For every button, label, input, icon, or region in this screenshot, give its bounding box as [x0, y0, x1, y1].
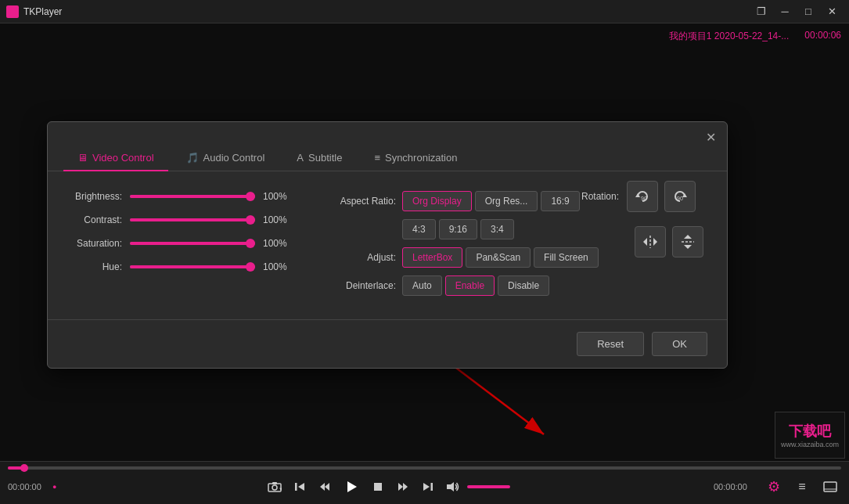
rotate-ccw-button[interactable]: 90 — [627, 181, 658, 212]
org-res-btn[interactable]: Org Res... — [475, 191, 538, 211]
prev-frame-button[interactable] — [314, 476, 336, 498]
volume-slider[interactable] — [467, 485, 510, 488]
hue-label: Hue: — [67, 261, 122, 272]
svg-marker-23 — [403, 483, 408, 491]
tab-video-control[interactable]: 🖥 Video Control — [63, 146, 168, 171]
controls-right: 00:00:00 ⚙ ≡ — [714, 476, 841, 498]
svg-marker-5 — [643, 238, 647, 246]
camera-icon: ▼ — [268, 481, 282, 492]
svg-marker-22 — [398, 483, 403, 491]
monitor-icon: 🖥 — [77, 152, 88, 164]
4-3-btn[interactable]: 4:3 — [402, 219, 436, 239]
letterbox-btn[interactable]: LetterBox — [402, 247, 462, 268]
svg-text:90: 90 — [641, 196, 647, 201]
auto-btn[interactable]: Auto — [402, 275, 442, 296]
svg-rect-17 — [295, 483, 297, 491]
dialog-content: Brightness: 100% Contrast: 100% — [48, 171, 727, 319]
contrast-thumb — [246, 215, 255, 225]
volume-icon — [446, 481, 460, 492]
enable-btn[interactable]: Enable — [445, 275, 495, 296]
next-frame-button[interactable] — [392, 476, 414, 498]
close-button[interactable]: ✕ — [821, 3, 843, 20]
3-4-btn[interactable]: 3:4 — [480, 219, 514, 239]
rotation-label: Rotation: — [581, 191, 619, 202]
hue-slider[interactable] — [130, 265, 255, 268]
next-chapter-icon — [423, 481, 433, 492]
play-button[interactable] — [339, 474, 364, 499]
watermark: 下载吧 www.xiazaiba.com — [775, 412, 845, 459]
dialog-footer: Reset OK — [48, 319, 727, 368]
tab-synchronization-label: Synchronization — [385, 152, 458, 164]
deinterlace-btns: Auto Enable Disable — [402, 275, 549, 296]
app-title: TKPlayer — [23, 6, 62, 17]
restore-button[interactable]: ❐ — [750, 3, 772, 20]
svg-marker-16 — [298, 483, 304, 491]
reset-button[interactable]: Reset — [577, 332, 644, 356]
titlebar-controls: ❐ ─ □ ✕ — [750, 3, 843, 20]
next-chapter-button[interactable] — [417, 476, 439, 498]
project-name: 我的项目1 2020-05-22_14-... — [669, 30, 789, 43]
pan-scan-btn[interactable]: Pan&Scan — [466, 247, 531, 268]
stop-icon — [372, 481, 383, 492]
maximize-button[interactable]: □ — [797, 3, 819, 20]
sliders-section: Brightness: 100% Contrast: 100% — [67, 191, 302, 272]
svg-marker-8 — [684, 235, 692, 239]
aspect-ratio-btns-row1: Org Display Org Res... 16:9 — [402, 191, 580, 211]
settings-button[interactable]: ⚙ — [763, 476, 785, 498]
watermark-text2: www.xiazaiba.com — [781, 441, 839, 448]
tab-synchronization[interactable]: ≡ Synchronization — [360, 146, 471, 171]
subtitle-icon: A — [297, 152, 304, 164]
saturation-slider[interactable] — [130, 242, 255, 245]
deinterlace-row: Deinterlace: Auto Enable Disable — [326, 275, 707, 296]
org-display-btn[interactable]: Org Display — [402, 191, 472, 211]
svg-point-13 — [272, 485, 277, 490]
dialog-tabs: 🖥 Video Control 🎵 Audio Control A Subtit… — [48, 146, 727, 171]
play-icon — [345, 481, 358, 493]
screen-mode-button[interactable] — [819, 476, 841, 498]
svg-marker-24 — [423, 483, 430, 491]
flip-vertical-button[interactable] — [672, 226, 703, 257]
stop-button[interactable] — [367, 476, 389, 498]
tab-audio-control-label: Audio Control — [203, 152, 265, 164]
contrast-label: Contrast: — [67, 214, 122, 225]
controls-row: 00:00:00 ● ▼ — [8, 474, 841, 499]
contrast-row: Contrast: 100% — [67, 214, 302, 225]
svg-rect-25 — [431, 483, 433, 491]
adjust-btns: LetterBox Pan&Scan Fill Screen — [402, 247, 599, 268]
brightness-label: Brightness: — [67, 191, 122, 202]
flip-horizontal-button[interactable] — [635, 226, 666, 257]
screen-mode-icon — [823, 481, 837, 492]
hue-fill — [130, 265, 255, 268]
rotate-cw-button[interactable]: 90 — [664, 181, 696, 212]
prev-frame-icon — [319, 481, 330, 492]
subtitle-ctrl-button[interactable]: ≡ — [791, 476, 813, 498]
volume-button[interactable] — [442, 476, 464, 498]
9-16-btn[interactable]: 9:16 — [439, 219, 477, 239]
contrast-slider[interactable] — [130, 218, 255, 221]
dialog-close-button[interactable]: ✕ — [702, 128, 719, 146]
hue-thumb — [246, 262, 255, 272]
rotate-ccw-icon: 90 — [635, 189, 650, 204]
ok-button[interactable]: OK — [652, 332, 707, 356]
svg-marker-26 — [447, 482, 454, 491]
saturation-fill — [130, 242, 255, 245]
prev-chapter-icon — [294, 481, 305, 492]
svg-marker-6 — [653, 238, 657, 246]
flip-h-icon — [642, 233, 659, 250]
minimize-button[interactable]: ─ — [774, 3, 796, 20]
svg-text:▼: ▼ — [279, 487, 282, 491]
disable-btn[interactable]: Disable — [498, 275, 549, 296]
brightness-slider[interactable] — [130, 195, 255, 198]
prev-chapter-button[interactable] — [289, 476, 311, 498]
progress-bar[interactable] — [8, 466, 841, 470]
hue-row: Hue: 100% — [67, 261, 302, 272]
aspect-ratio-label: Aspect Ratio: — [326, 196, 396, 207]
audio-icon: 🎵 — [186, 152, 199, 164]
saturation-label: Saturation: — [67, 238, 122, 249]
tab-subtitle[interactable]: A Subtitle — [282, 146, 356, 171]
next-frame-icon — [398, 481, 408, 492]
playback-controls: ▼ — [264, 474, 510, 499]
tab-audio-control[interactable]: 🎵 Audio Control — [172, 146, 279, 171]
dialog-titlebar: ✕ — [48, 122, 727, 146]
camera-button[interactable]: ▼ — [264, 476, 286, 498]
